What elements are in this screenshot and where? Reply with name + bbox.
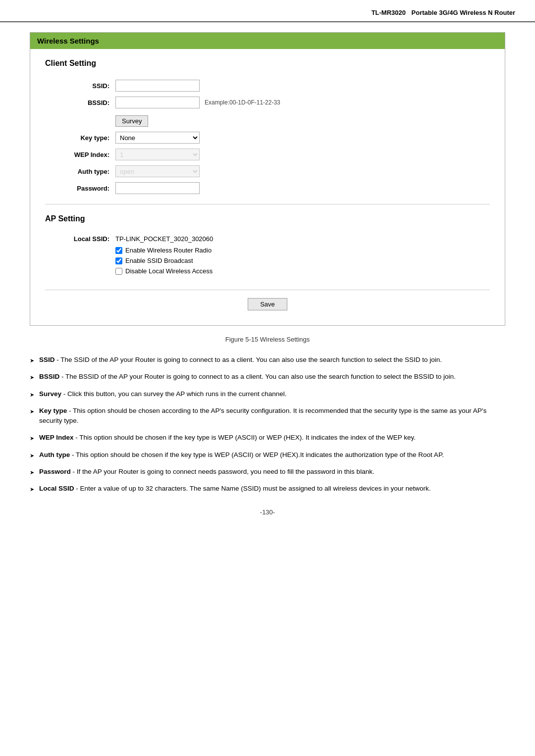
term-survey: Survey: [39, 390, 61, 398]
ssid-input[interactable]: [115, 80, 200, 92]
page-number: -130-: [260, 508, 275, 516]
panel-body: Client Setting SSID: BSSID: Example:00-1…: [30, 49, 505, 325]
bssid-label: BSSID:: [45, 99, 109, 106]
term-wepindex: WEP Index: [39, 434, 74, 441]
localssid-label: Local SSID:: [45, 235, 109, 243]
save-button[interactable]: Save: [248, 298, 287, 310]
enable-ssid-broadcast-row: Enable SSID Broadcast: [115, 257, 213, 264]
password-row: Password:: [45, 182, 490, 194]
ap-setting-section: AP Setting Local SSID: TP-LINK_POCKET_30…: [45, 214, 490, 278]
term-ssid: SSID: [39, 356, 55, 363]
ssid-row: SSID:: [45, 80, 490, 92]
list-item-content: BSSID - The BSSID of the AP your Router …: [39, 372, 456, 382]
ssid-label: SSID:: [45, 82, 109, 90]
description-list: SSID - The SSID of the AP your Router is…: [30, 355, 505, 494]
client-setting-title: Client Setting: [45, 59, 490, 71]
panel-title: Wireless Settings: [37, 37, 99, 45]
localssid-row: Local SSID: TP-LINK_POCKET_3020_302060 E…: [45, 235, 490, 278]
disable-local-wireless-label: Disable Local Wireless Access: [125, 267, 213, 275]
list-item-content: WEP Index - This option should be chosen…: [39, 433, 416, 443]
term-password: Password: [39, 468, 71, 475]
keytype-label: Key type:: [45, 134, 109, 142]
term-authtype: Auth type: [39, 451, 70, 458]
enable-ssid-broadcast-checkbox[interactable]: [115, 257, 122, 264]
save-row: Save: [45, 290, 490, 310]
keytype-row: Key type: None: [45, 132, 490, 144]
survey-row: Survey: [45, 113, 490, 127]
authtype-label: Auth type:: [45, 168, 109, 175]
bssid-row: BSSID: Example:00-1D-0F-11-22-33: [45, 97, 490, 108]
section-divider: [45, 204, 490, 204]
list-item: SSID - The SSID of the AP your Router is…: [30, 355, 505, 365]
wepindex-row: WEP Index: 1: [45, 149, 490, 160]
list-item-content: SSID - The SSID of the AP your Router is…: [39, 355, 442, 365]
bssid-input-group: Example:00-1D-0F-11-22-33: [115, 97, 280, 108]
page-header: TL-MR3020 Portable 3G/4G Wireless N Rout…: [0, 0, 535, 22]
subtitle-label: Portable 3G/4G Wireless N Router: [412, 9, 515, 16]
ap-setting-title: AP Setting: [45, 214, 490, 226]
wireless-settings-panel: Wireless Settings Client Setting SSID: B…: [30, 32, 505, 326]
page-footer: -130-: [30, 508, 505, 516]
enable-wireless-radio-label: Enable Wireless Router Radio: [125, 247, 212, 254]
panel-header: Wireless Settings: [30, 33, 505, 49]
figure-caption: Figure 5-15 Wireless Settings: [30, 336, 505, 343]
list-item-content: Survey - Click this button, you can surv…: [39, 389, 287, 399]
survey-button[interactable]: Survey: [115, 115, 148, 127]
disable-local-wireless-checkbox[interactable]: [115, 268, 122, 275]
bssid-input[interactable]: [115, 97, 200, 108]
list-item-content: Password - If the AP your Router is goin…: [39, 467, 374, 477]
wepindex-select[interactable]: 1: [115, 149, 200, 160]
keytype-select[interactable]: None: [115, 132, 200, 144]
list-item-content: Local SSID - Enter a value of up to 32 c…: [39, 484, 431, 494]
list-item-content: Auth type - This option should be chosen…: [39, 450, 444, 460]
main-content: Wireless Settings Client Setting SSID: B…: [0, 22, 535, 526]
client-setting-section: Client Setting SSID: BSSID: Example:00-1…: [45, 59, 490, 194]
enable-wireless-radio-checkbox[interactable]: [115, 247, 122, 254]
list-item: Key type - This option should be chosen …: [30, 406, 505, 426]
list-item: BSSID - The BSSID of the AP your Router …: [30, 372, 505, 382]
term-bssid: BSSID: [39, 373, 59, 380]
password-label: Password:: [45, 185, 109, 192]
ap-form-controls: TP-LINK_POCKET_3020_302060 Enable Wirele…: [115, 235, 213, 278]
localssid-value: TP-LINK_POCKET_3020_302060: [115, 235, 213, 243]
enable-wireless-radio-row: Enable Wireless Router Radio: [115, 247, 213, 254]
list-item: Password - If the AP your Router is goin…: [30, 467, 505, 477]
list-item: WEP Index - This option should be chosen…: [30, 433, 505, 443]
list-item: Local SSID - Enter a value of up to 32 c…: [30, 484, 505, 494]
bssid-example: Example:00-1D-0F-11-22-33: [205, 99, 280, 106]
wepindex-label: WEP Index:: [45, 151, 109, 158]
disable-local-wireless-row: Disable Local Wireless Access: [115, 267, 213, 275]
term-localssid: Local SSID: [39, 485, 74, 492]
list-item: Survey - Click this button, you can surv…: [30, 389, 505, 399]
password-input[interactable]: [115, 182, 200, 194]
list-item: Auth type - This option should be chosen…: [30, 450, 505, 460]
term-keytype: Key type: [39, 407, 67, 414]
authtype-row: Auth type: open: [45, 165, 490, 177]
list-item-content: Key type - This option should be chosen …: [39, 406, 505, 426]
enable-ssid-broadcast-label: Enable SSID Broadcast: [125, 257, 193, 264]
authtype-select[interactable]: open: [115, 165, 200, 177]
model-label: TL-MR3020: [372, 9, 406, 16]
